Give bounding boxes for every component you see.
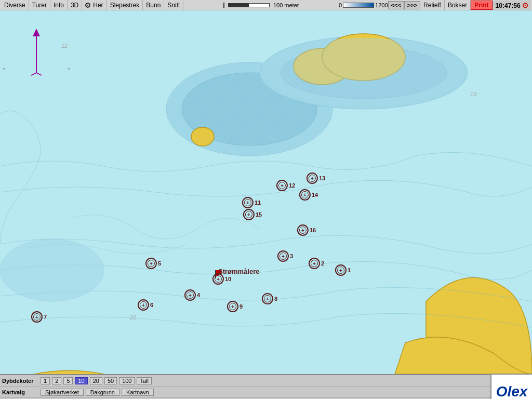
depth-gradient xyxy=(343,3,374,8)
marker-13[interactable]: +13 xyxy=(307,172,325,184)
marker-label-10: 10 xyxy=(225,276,231,282)
kartvalg-label: Kartvalg xyxy=(2,389,38,395)
kartvalg-row: Kartvalg Sjøkartverket Bakgrunn Kartnavn xyxy=(0,387,532,398)
depth-label-12: 12 xyxy=(61,43,68,49)
marker-7[interactable]: +7 xyxy=(31,311,47,323)
scale-bar: 100 meter xyxy=(183,2,339,8)
marker-label-9: 9 xyxy=(240,303,243,310)
marker-12[interactable]: +12 xyxy=(276,180,295,191)
marker-15[interactable]: +15 xyxy=(243,209,262,220)
scale-label: 100 meter xyxy=(273,2,299,8)
marker-3[interactable]: +3 xyxy=(277,250,293,262)
marker-label-16: 16 xyxy=(310,227,316,233)
marker-4[interactable]: +4 xyxy=(184,289,200,301)
compass xyxy=(29,26,44,79)
depth-btn-2[interactable]: 2 xyxy=(52,377,61,384)
olex-logo: Olex xyxy=(490,374,532,399)
menu-relieff[interactable]: Relieff xyxy=(420,0,445,10)
depth-max: 1200 xyxy=(375,2,388,8)
marker-16[interactable]: +16 xyxy=(297,224,316,236)
marker-label-4: 4 xyxy=(197,292,200,298)
menu-snitt[interactable]: Snitt xyxy=(164,0,183,10)
map-svg xyxy=(0,10,532,374)
depth-btn-10[interactable]: 10 xyxy=(75,377,87,384)
marker-label-8: 8 xyxy=(274,296,277,302)
depth-bar: 0 1200 xyxy=(339,2,388,8)
marker-label-1: 1 xyxy=(348,267,351,273)
marker-label-15: 15 xyxy=(256,211,262,218)
menu-bunn[interactable]: Bunn xyxy=(143,0,164,10)
marker-label-14: 14 xyxy=(312,192,318,198)
map-area[interactable]: 12 19 20 - - Strømmålere +1+2+3+4+5+6+7+… xyxy=(0,10,532,374)
svg-marker-12 xyxy=(33,29,40,36)
dybdekoter-label: Dybdekoter xyxy=(2,378,38,384)
marker-label-7: 7 xyxy=(44,314,47,320)
olex-text: Olex xyxy=(496,383,528,399)
marker-2[interactable]: +2 xyxy=(309,258,324,269)
depth-btn-tall[interactable]: Tall xyxy=(137,377,152,384)
scale-ruler xyxy=(228,3,270,7)
menu-diverse[interactable]: Diverse xyxy=(1,0,29,10)
nav-left-button[interactable]: <<< xyxy=(388,1,404,9)
print-button[interactable]: Print xyxy=(471,1,492,10)
map-btn-kartnavn[interactable]: Kartnavn xyxy=(122,389,154,396)
marker-label-2: 2 xyxy=(321,260,324,267)
marker-9[interactable]: +9 xyxy=(227,301,243,312)
menu-bokser[interactable]: Bokser xyxy=(445,0,471,10)
depth-label-20: 20 xyxy=(130,314,136,321)
menu-her[interactable]: Her xyxy=(82,0,107,10)
menu-slepestrek[interactable]: Slepestrek xyxy=(107,0,143,10)
marker-label-11: 11 xyxy=(255,200,261,206)
marker-label-12: 12 xyxy=(289,182,295,189)
depth-btn-20[interactable]: 20 xyxy=(90,377,102,384)
depth-label-19: 19 xyxy=(470,91,476,97)
marker-label-6: 6 xyxy=(150,302,153,308)
marker-1[interactable]: +1 xyxy=(335,264,351,276)
menu-info[interactable]: Info xyxy=(50,0,68,10)
radio-her xyxy=(85,3,90,8)
scale-dash-right: - xyxy=(68,64,70,73)
svg-line-14 xyxy=(36,73,42,75)
nav-right-button[interactable]: >>> xyxy=(404,1,420,9)
marker-label-3: 3 xyxy=(290,253,293,259)
menu-3d[interactable]: 3D xyxy=(68,0,82,10)
svg-line-13 xyxy=(31,73,36,75)
marker-11[interactable]: +11 xyxy=(242,197,261,208)
dybdekoter-row: Dybdekoter 1 2 5 10 20 50 100 Tall xyxy=(0,375,532,387)
map-btn-sjokartverket[interactable]: Sjøkartverket xyxy=(41,389,84,396)
menu-turer[interactable]: Turer xyxy=(29,0,50,10)
scale-dash-left: - xyxy=(3,64,5,73)
marker-5[interactable]: +5 xyxy=(145,258,161,269)
marker-8[interactable]: +8 xyxy=(262,293,277,304)
marker-14[interactable]: +14 xyxy=(299,189,318,201)
marker-6[interactable]: +6 xyxy=(138,299,153,311)
clock-icon: ⊙ xyxy=(522,1,528,9)
bottom-panel: Dybdekoter 1 2 5 10 20 50 100 Tall Kartv… xyxy=(0,374,532,399)
map-btn-bakgrunn[interactable]: Bakgrunn xyxy=(86,389,119,396)
depth-btn-100[interactable]: 100 xyxy=(119,377,135,384)
svg-point-9 xyxy=(265,38,462,105)
depth-btn-50[interactable]: 50 xyxy=(104,377,117,384)
marker-label-13: 13 xyxy=(319,175,325,181)
marker-label-5: 5 xyxy=(158,260,161,267)
marker-10[interactable]: +10 xyxy=(212,273,231,285)
depth-btn-1[interactable]: 1 xyxy=(41,377,50,384)
svg-point-10 xyxy=(0,239,104,301)
depth-btn-5[interactable]: 5 xyxy=(63,377,73,384)
time-display: 10:47:56 ⊙ xyxy=(493,1,531,10)
depth-min: 0 xyxy=(339,2,342,8)
